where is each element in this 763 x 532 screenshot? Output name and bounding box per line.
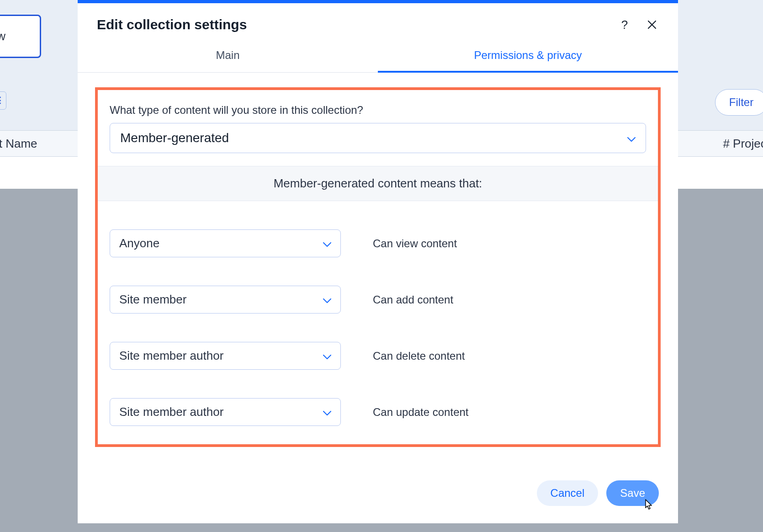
content-type-select[interactable]: Member-generated — [110, 123, 646, 153]
modal-title: Edit collection settings — [97, 17, 247, 32]
background-pill-label: iew — [0, 29, 5, 43]
permission-row-add: Site member Can add content — [110, 286, 646, 314]
add-action-label: Can add content — [373, 293, 453, 306]
tab-permissions[interactable]: Permissions & privacy — [378, 49, 678, 73]
modal-tabs: Main Permissions & privacy — [78, 49, 678, 73]
tab-permissions-label: Permissions & privacy — [474, 49, 582, 61]
update-action-label: Can update content — [373, 406, 469, 419]
save-label: Save — [620, 487, 645, 499]
info-band: Member-generated content means that: — [98, 166, 658, 201]
view-role-value: Anyone — [119, 236, 159, 250]
modal-header-actions: ? — [618, 18, 659, 32]
delete-role-value: Site member author — [119, 349, 223, 363]
save-button[interactable]: Save — [606, 480, 659, 506]
view-action-label: Can view content — [373, 237, 457, 250]
tab-main[interactable]: Main — [78, 49, 378, 73]
chevron-down-icon — [627, 131, 636, 145]
add-role-value: Site member — [119, 293, 186, 307]
chevron-down-icon — [323, 236, 331, 250]
update-role-value: Site member author — [119, 405, 223, 419]
chevron-down-icon — [323, 405, 331, 419]
column-header-project: # Project — [723, 137, 763, 151]
update-role-select[interactable]: Site member author — [110, 398, 341, 426]
edit-collection-modal: Edit collection settings ? Main Permissi… — [78, 0, 678, 523]
background-view: view ☷ — [0, 91, 6, 110]
modal-footer: Cancel Save — [78, 469, 678, 523]
table-icon: ☷ — [0, 91, 6, 110]
permissions-panel: What type of content will you store in t… — [95, 87, 661, 447]
permission-row-update: Site member author Can update content — [110, 398, 646, 426]
column-header-name: oject Name — [0, 137, 37, 151]
filter-button[interactable]: Filter — [715, 89, 763, 116]
delete-action-label: Can delete content — [373, 350, 465, 362]
chevron-down-icon — [323, 293, 331, 307]
background-pill: iew — [0, 15, 41, 58]
permission-row-delete: Site member author Can delete content — [110, 342, 646, 370]
delete-role-select[interactable]: Site member author — [110, 342, 341, 370]
cancel-label: Cancel — [551, 487, 585, 499]
chevron-down-icon — [323, 349, 331, 363]
cancel-button[interactable]: Cancel — [537, 480, 599, 506]
content-type-question: What type of content will you store in t… — [98, 90, 658, 123]
filter-label: Filter — [729, 96, 753, 109]
content-type-value: Member-generated — [120, 131, 229, 145]
permission-row-view: Anyone Can view content — [110, 229, 646, 257]
add-role-select[interactable]: Site member — [110, 286, 341, 314]
modal-header: Edit collection settings ? — [78, 3, 678, 32]
help-icon[interactable]: ? — [618, 18, 631, 32]
tab-main-label: Main — [216, 49, 239, 61]
view-role-select[interactable]: Anyone — [110, 229, 341, 257]
close-icon[interactable] — [645, 18, 659, 32]
